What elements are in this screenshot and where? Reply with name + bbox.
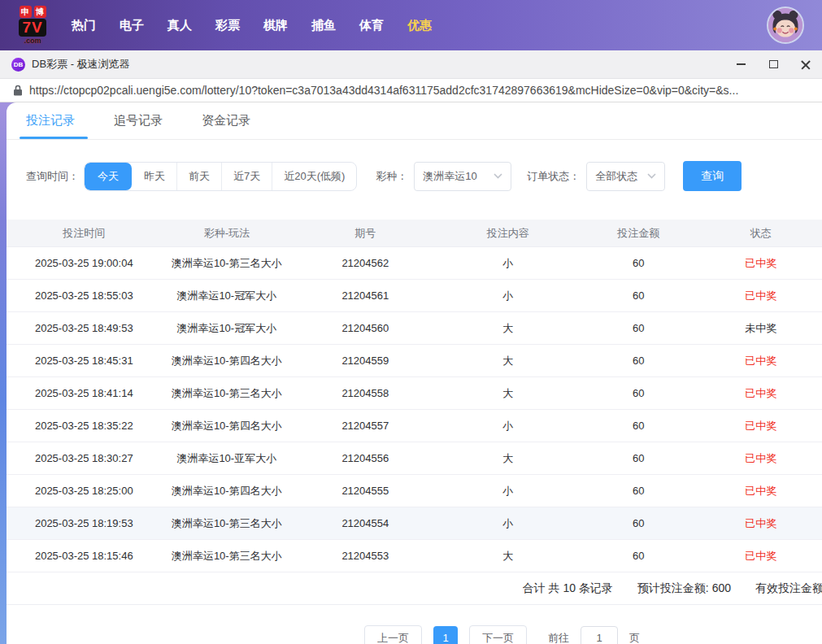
cell-play-type: 澳洲幸运10-第四名大小 <box>162 354 292 368</box>
nav-item-5[interactable]: 棋牌 <box>263 18 288 33</box>
window-controls <box>724 50 822 78</box>
summary-expected-amount: 预计投注金额: 600 <box>637 581 731 596</box>
table-row: 2025-03-25 19:00:04澳洲幸运10-第三名大小21204562小… <box>7 247 822 280</box>
maximize-icon <box>769 60 778 68</box>
url-text: https://ctopcp02pcali.uengi5e.com/lotter… <box>29 84 738 97</box>
maximize-button[interactable] <box>757 50 789 78</box>
top-nav: 申 博 7V .com 热门电子真人彩票棋牌捕鱼体育优惠 <box>0 0 822 50</box>
cell-issue-number: 21204562 <box>292 257 439 269</box>
table-header: 投注时间彩种-玩法期号投注内容投注金额状态 <box>7 220 822 247</box>
site-logo[interactable]: 申 博 7V .com <box>8 6 57 45</box>
tab-3[interactable]: 资金记录 <box>202 102 250 139</box>
prev-page-button[interactable]: 上一页 <box>364 625 422 644</box>
minimize-button[interactable] <box>724 50 757 78</box>
table-row: 2025-03-25 18:41:14澳洲幸运10-第三名大小21204558大… <box>7 377 822 410</box>
close-button[interactable] <box>789 50 822 78</box>
cell-bet-amount: 60 <box>577 517 699 529</box>
status-select[interactable]: 全部状态 <box>586 162 665 191</box>
table-row: 2025-03-25 18:30:27澳洲幸运10-亚军大小21204556大6… <box>7 442 822 475</box>
browser-app-icon: DB <box>11 58 25 72</box>
tab-2[interactable]: 追号记录 <box>114 102 163 139</box>
cell-bet-time: 2025-03-25 19:00:04 <box>7 257 162 269</box>
cell-play-type: 澳洲幸运10-第三名大小 <box>162 256 292 271</box>
user-avatar[interactable] <box>767 7 804 44</box>
nav-menu: 热门电子真人彩票棋牌捕鱼体育优惠 <box>72 18 432 33</box>
avatar-cartoon-icon <box>768 8 802 42</box>
cell-bet-amount: 60 <box>577 550 699 562</box>
column-header-5: 投注金额 <box>577 226 699 241</box>
time-option-3[interactable]: 前天 <box>176 163 221 190</box>
cell-bet-amount: 60 <box>577 485 699 497</box>
column-header-4: 投注内容 <box>439 226 578 241</box>
cell-play-type: 澳洲幸运10-冠军大小 <box>162 321 292 336</box>
cell-issue-number: 21204554 <box>292 517 439 529</box>
cell-bet-amount: 60 <box>577 355 699 367</box>
goto-label: 前往 <box>548 631 569 644</box>
nav-item-2[interactable]: 电子 <box>120 18 144 33</box>
logo-domain: .com <box>24 37 41 45</box>
cell-bet-amount: 60 <box>577 289 699 302</box>
nav-item-1[interactable]: 热门 <box>72 18 96 33</box>
column-header-2: 彩种-玩法 <box>162 226 292 241</box>
minimize-icon <box>737 63 746 65</box>
time-option-2[interactable]: 昨天 <box>132 163 176 190</box>
time-option-1[interactable]: 今天 <box>85 163 132 190</box>
summary-bar: 合计 共 10 条记录 预计投注金额: 600 有效投注金额 <box>7 572 822 605</box>
cell-bet-amount: 60 <box>577 420 699 432</box>
goto-page-input[interactable] <box>581 626 618 644</box>
cell-bet-time: 2025-03-25 18:25:00 <box>7 485 162 497</box>
cell-status: 已中奖 <box>700 451 822 466</box>
current-page-button[interactable]: 1 <box>433 626 458 644</box>
cell-bet-content: 小 <box>439 419 578 433</box>
nav-item-8[interactable]: 优惠 <box>407 18 432 33</box>
search-button[interactable]: 查询 <box>683 161 742 191</box>
tab-1[interactable]: 投注记录 <box>26 102 75 139</box>
time-option-4[interactable]: 近7天 <box>221 163 272 190</box>
cell-issue-number: 21204556 <box>292 452 439 464</box>
cell-issue-number: 21204558 <box>292 387 439 399</box>
chevron-down-icon <box>647 173 656 179</box>
page-background: 投注记录追号记录资金记录 查询时间： 今天昨天前天近7天近20天(低频) 彩种：… <box>0 102 822 644</box>
status-filter-label: 订单状态： <box>527 169 580 184</box>
cell-issue-number: 21204559 <box>292 355 439 367</box>
cell-bet-amount: 60 <box>577 257 699 269</box>
cell-bet-time: 2025-03-25 18:30:27 <box>7 452 162 464</box>
cell-bet-content: 小 <box>439 256 578 271</box>
summary-valid-amount: 有效投注金额 <box>755 581 822 596</box>
summary-total: 合计 共 10 条记录 <box>523 581 613 596</box>
time-option-5[interactable]: 近20天(低频) <box>272 163 356 190</box>
column-header-6: 状态 <box>700 226 822 241</box>
lottery-select[interactable]: 澳洲幸运10 <box>414 162 511 191</box>
nav-item-4[interactable]: 彩票 <box>215 18 240 33</box>
time-filter-group: 今天昨天前天近7天近20天(低频) <box>84 162 357 191</box>
cell-bet-time: 2025-03-25 18:15:46 <box>7 550 162 562</box>
table-row: 2025-03-25 18:45:31澳洲幸运10-第四名大小21204559大… <box>7 345 822 377</box>
nav-item-6[interactable]: 捕鱼 <box>311 18 336 33</box>
cell-status: 已中奖 <box>700 484 822 498</box>
nav-item-3[interactable]: 真人 <box>167 18 192 33</box>
status-select-value: 全部状态 <box>595 169 637 184</box>
cell-bet-content: 小 <box>439 484 578 498</box>
cell-play-type: 澳洲幸运10-第三名大小 <box>162 516 292 531</box>
next-page-button[interactable]: 下一页 <box>469 625 527 644</box>
cell-bet-amount: 60 <box>577 387 699 399</box>
cell-bet-content: 小 <box>439 289 578 303</box>
cell-issue-number: 21204561 <box>292 289 439 302</box>
cell-bet-time: 2025-03-25 18:19:53 <box>7 517 162 529</box>
pagination: 上一页 1 下一页 前往 页 <box>94 625 822 644</box>
cell-status: 已中奖 <box>700 386 822 401</box>
nav-item-7[interactable]: 体育 <box>359 18 384 33</box>
cell-bet-content: 大 <box>439 549 578 564</box>
page-unit-label: 页 <box>629 631 640 644</box>
cell-play-type: 澳洲幸运10-第三名大小 <box>162 549 292 564</box>
cell-play-type: 澳洲幸运10-第四名大小 <box>162 419 292 433</box>
address-bar[interactable]: https://ctopcp02pcali.uengi5e.com/lotter… <box>0 79 822 102</box>
cell-play-type: 澳洲幸运10-亚军大小 <box>162 451 292 466</box>
cell-play-type: 澳洲幸运10-第四名大小 <box>162 484 292 498</box>
window-title: DB彩票 - 极速浏览器 <box>32 57 130 72</box>
logo-brand: 7V <box>19 19 46 37</box>
column-header-1: 投注时间 <box>7 226 162 241</box>
cell-bet-time: 2025-03-25 18:35:22 <box>7 420 162 432</box>
cell-issue-number: 21204555 <box>292 485 439 497</box>
cell-status: 已中奖 <box>700 419 822 433</box>
